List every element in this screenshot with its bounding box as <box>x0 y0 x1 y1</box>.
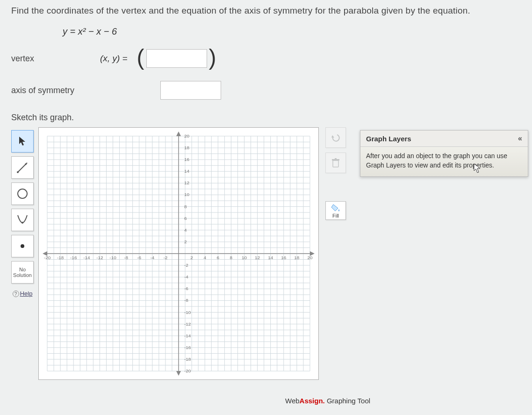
svg-text:6: 6 <box>217 255 220 260</box>
svg-point-3 <box>18 189 27 198</box>
graph-layers-body: After you add an object to the graph you… <box>360 147 528 176</box>
svg-text:-16: -16 <box>70 255 77 260</box>
brand1: Web <box>285 397 300 405</box>
help-link[interactable]: ?Help <box>11 290 34 297</box>
svg-text:14: 14 <box>184 168 190 174</box>
svg-text:10: 10 <box>242 255 247 260</box>
given-equation: y = x² − x − 6 <box>63 26 521 37</box>
pointer-tool-button[interactable] <box>11 130 34 153</box>
svg-text:8: 8 <box>184 204 187 209</box>
open-paren: ( <box>137 52 144 63</box>
line-tool-button[interactable] <box>11 156 34 179</box>
point-tool-button[interactable] <box>11 235 34 257</box>
no-solution-button[interactable]: No Solution <box>11 261 34 284</box>
parabola-icon <box>16 213 29 226</box>
circle-icon <box>16 187 29 200</box>
svg-text:-18: -18 <box>184 357 191 362</box>
xy-equals-label: (x, y) = <box>100 53 128 64</box>
svg-text:10: 10 <box>184 192 190 197</box>
svg-text:12: 12 <box>255 255 260 260</box>
svg-rect-135 <box>333 160 338 167</box>
svg-text:2: 2 <box>184 239 187 244</box>
svg-text:-2: -2 <box>184 262 188 268</box>
svg-text:2: 2 <box>190 255 193 260</box>
svg-text:-6: -6 <box>137 255 141 260</box>
svg-marker-92 <box>176 131 181 136</box>
svg-text:-8: -8 <box>184 298 188 303</box>
svg-text:20: 20 <box>307 255 313 260</box>
svg-text:16: 16 <box>184 157 190 162</box>
vertex-label: vertex <box>11 54 100 64</box>
svg-text:-10: -10 <box>184 310 191 315</box>
collapse-icon[interactable]: « <box>518 134 522 143</box>
svg-text:-20: -20 <box>44 255 51 260</box>
question-text: Find the coordinates of the vertex and t… <box>11 6 521 16</box>
svg-marker-93 <box>176 371 181 376</box>
svg-text:16: 16 <box>281 255 287 260</box>
svg-marker-134 <box>331 135 334 138</box>
brand-tool: Graphing Tool <box>325 397 370 405</box>
delete-button[interactable] <box>325 153 346 173</box>
svg-text:-10: -10 <box>109 255 116 260</box>
svg-text:6: 6 <box>184 216 187 221</box>
svg-text:8: 8 <box>230 255 233 260</box>
coordinate-grid: -20-18-16-14-12-10-8-6-4-224681012141618… <box>39 128 318 379</box>
webassign-brand: WebAssign. Graphing Tool <box>285 397 370 405</box>
vertex-row: vertex (x, y) = ( ) <box>11 49 521 68</box>
svg-text:18: 18 <box>294 255 300 260</box>
svg-text:12: 12 <box>184 180 190 185</box>
graph-toolbar: No Solution ?Help <box>11 130 34 297</box>
svg-text:-4: -4 <box>150 255 154 260</box>
trash-icon <box>331 158 340 168</box>
svg-text:4: 4 <box>203 255 206 260</box>
svg-rect-137 <box>335 158 337 159</box>
close-paren: ) <box>209 52 216 63</box>
svg-text:18: 18 <box>184 145 190 150</box>
vertex-input[interactable] <box>146 49 207 68</box>
line-icon <box>16 161 29 174</box>
svg-text:-2: -2 <box>163 255 167 260</box>
parabola-tool-button[interactable] <box>11 209 34 231</box>
no-solution-line1: No <box>13 267 32 272</box>
svg-text:-14: -14 <box>83 255 90 260</box>
undo-icon <box>331 132 341 143</box>
sketch-graph-label: Sketch its graph. <box>11 113 521 123</box>
help-icon: ? <box>13 291 19 297</box>
svg-text:-16: -16 <box>184 345 191 350</box>
graph-side-controls: Fill <box>325 127 346 220</box>
svg-point-2 <box>17 171 19 173</box>
fill-button[interactable]: Fill <box>325 201 346 220</box>
svg-text:20: 20 <box>184 133 190 138</box>
cursor-icon <box>474 163 481 174</box>
svg-text:-6: -6 <box>184 286 188 291</box>
graph-layers-header[interactable]: Graph Layers « <box>360 131 528 147</box>
no-solution-line2: Solution <box>13 272 32 278</box>
pointer-icon <box>18 136 27 146</box>
graph-layers-panel: Graph Layers « After you add an object t… <box>360 130 528 177</box>
circle-tool-button[interactable] <box>11 182 34 205</box>
svg-point-5 <box>21 244 24 248</box>
svg-text:14: 14 <box>268 255 273 260</box>
svg-point-4 <box>22 222 23 224</box>
svg-text:-4: -4 <box>184 274 188 279</box>
axis-of-symmetry-label: axis of symmetry <box>11 86 100 95</box>
graph-layers-body-text: After you add an object to the graph you… <box>366 152 507 169</box>
fill-label: Fill <box>332 213 339 218</box>
graph-layers-title: Graph Layers <box>366 135 411 143</box>
svg-text:-12: -12 <box>96 255 103 260</box>
axis-row: axis of symmetry <box>11 81 521 100</box>
undo-button[interactable] <box>325 127 346 148</box>
svg-text:-12: -12 <box>184 321 191 327</box>
svg-text:-18: -18 <box>57 255 64 260</box>
fill-icon <box>331 204 341 212</box>
svg-text:4: 4 <box>184 227 187 233</box>
point-icon <box>20 243 25 249</box>
axis-of-symmetry-input[interactable] <box>160 81 221 100</box>
svg-text:-14: -14 <box>184 333 191 338</box>
svg-rect-136 <box>332 159 339 160</box>
brand2: Assign. <box>300 397 325 405</box>
svg-text:-8: -8 <box>124 255 128 260</box>
help-label: Help <box>20 290 33 297</box>
svg-text:-20: -20 <box>184 368 191 373</box>
graph-canvas[interactable]: -20-18-16-14-12-10-8-6-4-224681012141618… <box>38 127 319 380</box>
